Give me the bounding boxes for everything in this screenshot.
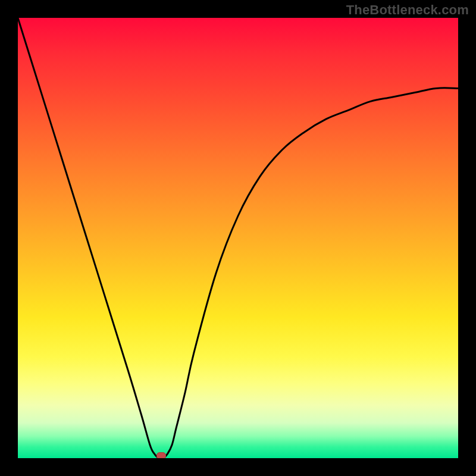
chart-frame: TheBottleneck.com	[0, 0, 476, 476]
watermark-text: TheBottleneck.com	[346, 2, 469, 18]
bottleneck-curve	[18, 18, 458, 458]
optimal-marker	[156, 452, 166, 458]
plot-area	[18, 18, 458, 458]
